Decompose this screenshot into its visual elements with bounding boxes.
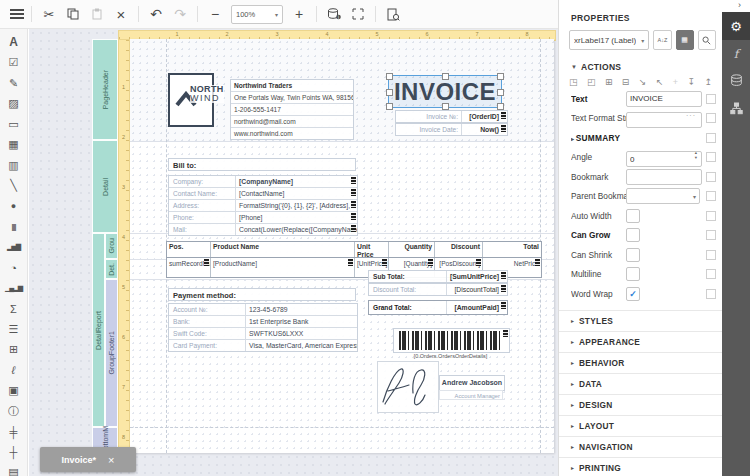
- sort-az-button[interactable]: A↓Z: [653, 30, 671, 50]
- company-address[interactable]: One Portals Way, Twin Points WA, 98156: [231, 92, 353, 104]
- subreport-tool-icon[interactable]: ▣: [0, 381, 27, 402]
- band-detail-nested[interactable]: Det.: [105, 259, 118, 279]
- barcode-control[interactable]: [393, 328, 510, 353]
- payment-table[interactable]: Account №: 123-45-6789 Bank: 1st Enterpr…: [168, 303, 358, 352]
- properties-rail-button[interactable]: ⚙: [722, 12, 750, 40]
- copy-icon[interactable]: [62, 3, 84, 25]
- bill-to-row[interactable]: Company: [CompanyName]: [169, 176, 357, 188]
- close-icon[interactable]: ×: [108, 454, 114, 466]
- signature-tool-icon[interactable]: ℓ: [0, 360, 27, 381]
- preview-icon[interactable]: [382, 3, 404, 25]
- bring-to-front-icon[interactable]: ↘: [639, 77, 647, 87]
- header-cell[interactable]: Total: [483, 242, 541, 257]
- can-shrink-checkbox[interactable]: [626, 248, 640, 262]
- summary-group-row[interactable]: ▸ SUMMARY: [559, 128, 722, 148]
- resize-handle[interactable]: [442, 103, 449, 110]
- data-binding-icon[interactable]: [351, 213, 356, 220]
- actions-section-header[interactable]: ▼ ACTIONS: [559, 58, 722, 74]
- invoice-title-label-selected[interactable]: INVOICE: [388, 75, 502, 108]
- zoom-in-icon[interactable]: +: [288, 3, 310, 25]
- detail-cell[interactable]: [ProductName]: [211, 258, 355, 277]
- delete-icon[interactable]: ×: [110, 3, 132, 25]
- header-cell[interactable]: Product Name: [211, 242, 355, 257]
- undo-icon[interactable]: ↶: [145, 3, 167, 25]
- company-website[interactable]: www.northwind.com: [231, 128, 353, 139]
- header-cell[interactable]: Unit Price: [355, 242, 389, 257]
- bill-to-row[interactable]: Address: FormatString('{0}, {1}, {2}', […: [169, 200, 357, 212]
- resize-handle[interactable]: [386, 103, 393, 110]
- align-bottom-icon[interactable]: ↧: [687, 77, 695, 87]
- data-binding-icon[interactable]: [501, 285, 506, 292]
- check-box-tool-icon[interactable]: ☑: [0, 53, 27, 74]
- word-wrap-checkbox[interactable]: ✓: [626, 287, 640, 301]
- zoom-out-icon[interactable]: −: [204, 3, 226, 25]
- company-info-table[interactable]: Northwind Traders One Portals Way, Twin …: [230, 79, 354, 140]
- data-binding-icon[interactable]: [501, 302, 506, 309]
- collapse-panel-icon[interactable]: ›: [738, 0, 741, 10]
- zoom-level-dropdown[interactable]: 100% ▾: [231, 5, 283, 24]
- data-binding-icon[interactable]: [348, 259, 353, 266]
- summary-expression-checkbox[interactable]: [706, 133, 716, 143]
- header-cell[interactable]: Quantity: [389, 242, 435, 257]
- resize-handle[interactable]: [497, 103, 504, 110]
- company-phone[interactable]: 1-206-555-1417: [231, 104, 353, 116]
- section-printing[interactable]: ▸PRINTING: [559, 457, 722, 476]
- data-binding-icon[interactable]: [501, 272, 506, 279]
- paste-icon[interactable]: [86, 3, 108, 25]
- fullscreen-icon[interactable]: [347, 3, 369, 25]
- bill-to-title[interactable]: Bill to:: [168, 158, 356, 171]
- multiline-checkbox[interactable]: [626, 267, 640, 281]
- data-binding-icon[interactable]: [476, 259, 481, 266]
- band-groupheader[interactable]: Grou: [105, 233, 118, 259]
- invoice-number-row[interactable]: Invoice №: [OrderID]: [395, 110, 508, 123]
- table-tool-icon[interactable]: ▦: [0, 135, 27, 156]
- data-binding-icon[interactable]: [501, 125, 506, 132]
- data-binding-icon[interactable]: [351, 201, 356, 208]
- subtotal-row[interactable]: Sub Total: [SumUnitPrice]: [368, 270, 508, 283]
- search-properties-button[interactable]: [698, 30, 716, 50]
- resize-handle[interactable]: [497, 73, 504, 80]
- items-header-row[interactable]: Pos. Product Name Unit Price Quantity Di…: [167, 242, 541, 258]
- align-top-icon[interactable]: ↥: [704, 77, 712, 87]
- label-tool-icon[interactable]: A: [0, 32, 27, 53]
- header-cell[interactable]: Pos.: [167, 242, 211, 257]
- resize-handle[interactable]: [442, 73, 449, 80]
- panel-tool-icon[interactable]: ▭: [0, 114, 27, 135]
- redo-icon[interactable]: ↷: [169, 3, 191, 25]
- expressions-rail-button[interactable]: f: [722, 40, 750, 68]
- grand-total-row[interactable]: Grand Total: [AmountPaid]: [368, 300, 508, 315]
- discount-total-row[interactable]: Discount Total: [DiscountTotal]: [368, 283, 508, 296]
- band-detail[interactable]: Detail: [92, 140, 118, 233]
- design-surface[interactable]: 1 2 3 4 5 6 7 8 PageHeader Detail Detail…: [29, 29, 558, 476]
- parent-bookmark-expression-checkbox[interactable]: [706, 191, 716, 201]
- payment-row[interactable]: Swift Code: SWFTKUS6LXXX: [169, 328, 357, 340]
- auto-width-expression-checkbox[interactable]: [706, 211, 716, 221]
- resize-handle[interactable]: [386, 89, 393, 96]
- report-explorer-rail-button[interactable]: [722, 96, 750, 124]
- menu-icon[interactable]: [10, 9, 24, 19]
- auto-width-checkbox[interactable]: [626, 209, 640, 223]
- section-styles[interactable]: ▸STYLES: [559, 310, 722, 331]
- bookmark-property-input[interactable]: [626, 169, 702, 185]
- chart-tool-icon[interactable]: ▂▅▇: [0, 237, 27, 258]
- band-pageheader[interactable]: PageHeader: [92, 39, 118, 140]
- payment-row[interactable]: Bank: 1st Enterprise Bank: [169, 316, 357, 328]
- section-behavior[interactable]: ▸BEHAVIOR: [559, 352, 722, 373]
- page-break-tool-icon[interactable]: ╪: [0, 422, 27, 443]
- signature-image[interactable]: [377, 361, 439, 413]
- text-property-expression-checkbox[interactable]: [706, 94, 716, 104]
- data-binding-icon[interactable]: [351, 177, 356, 184]
- data-binding-icon[interactable]: [204, 259, 209, 266]
- size-to-content-icon[interactable]: ⊟: [622, 77, 630, 87]
- selected-control-dropdown[interactable]: xrLabel17 (Label) ▾: [569, 30, 649, 50]
- invoice-date-row[interactable]: Invoice Date: Now(): [395, 123, 508, 136]
- signatory-role[interactable]: Account Manager: [439, 390, 503, 400]
- fit-to-bounds-icon[interactable]: ◳: [569, 77, 578, 87]
- section-navigation[interactable]: ▸NAVIGATION: [559, 436, 722, 457]
- group-view-button[interactable]: ▦: [676, 30, 694, 50]
- angle-expression-checkbox[interactable]: [706, 152, 716, 162]
- pivot-grid-tool-icon[interactable]: ⊞: [0, 340, 27, 361]
- data-binding-icon[interactable]: [351, 189, 356, 196]
- barcode-caption[interactable]: [0.Orders.OrdersOrderDetails]: [393, 353, 508, 359]
- bookmark-expression-checkbox[interactable]: [706, 172, 716, 182]
